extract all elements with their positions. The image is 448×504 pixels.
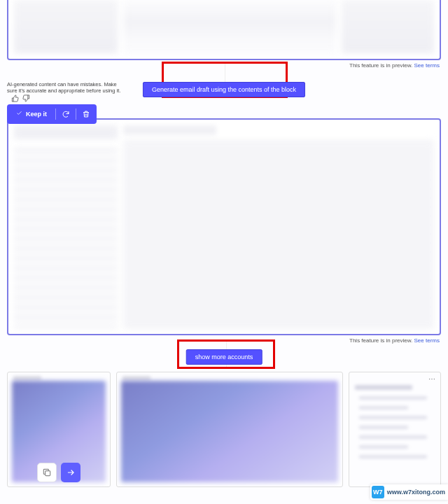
thumbs-up-icon[interactable] <box>11 94 19 102</box>
source-watermark: W7 www.w7xitong.com <box>370 484 448 500</box>
discard-button[interactable] <box>78 106 94 122</box>
more-menu-icon[interactable]: ⋯ <box>428 375 436 383</box>
preview-text: This feature is in preview. <box>349 62 412 69</box>
blurred-content <box>123 0 336 53</box>
suggestions-card: ⋯ <box>349 372 441 487</box>
cards-row: ⋯ <box>7 372 441 487</box>
preview-footnote: This feature is in preview. See terms <box>0 337 440 344</box>
keep-it-label: Keep it <box>26 111 47 118</box>
copy-icon <box>42 468 52 477</box>
toolbar-separator <box>76 108 76 120</box>
result-panel-top <box>7 0 441 60</box>
toolbar-separator <box>55 108 56 120</box>
ai-action-toolbar: Keep it <box>7 104 97 124</box>
check-icon <box>16 110 22 116</box>
watermark-text: www.w7xitong.com <box>387 489 445 496</box>
blurred-sidebar <box>14 0 118 53</box>
refresh-icon <box>62 110 70 118</box>
generate-email-draft-button[interactable]: Generate email draft using the contents … <box>143 82 305 97</box>
blurred-email-body <box>123 125 434 328</box>
card-large[interactable] <box>116 372 343 487</box>
regenerate-button[interactable] <box>57 106 74 122</box>
card-action-secondary[interactable] <box>37 463 57 482</box>
thumbs-down-icon[interactable] <box>22 94 30 102</box>
card-action-primary[interactable] <box>61 463 80 482</box>
preview-footnote: This feature is in preview. See terms <box>0 62 440 69</box>
see-terms-link[interactable]: See terms <box>414 337 440 344</box>
card-small[interactable] <box>7 372 111 487</box>
ai-disclaimer: AI-generated content can have mistakes. … <box>7 81 126 102</box>
generated-content-panel <box>7 118 441 335</box>
ai-disclaimer-text: AI-generated content can have mistakes. … <box>7 81 126 94</box>
arrow-icon <box>66 468 76 477</box>
blurred-outline <box>14 125 118 328</box>
trash-icon <box>82 110 90 118</box>
blurred-rightpane <box>342 0 434 53</box>
watermark-logo: W7 <box>372 486 384 498</box>
show-more-accounts-button[interactable]: show more accounts <box>186 349 262 365</box>
svg-rect-0 <box>46 470 50 475</box>
preview-text: This feature is in preview. <box>349 337 412 344</box>
keep-it-button[interactable]: Keep it <box>9 107 54 120</box>
see-terms-link[interactable]: See terms <box>414 62 440 69</box>
